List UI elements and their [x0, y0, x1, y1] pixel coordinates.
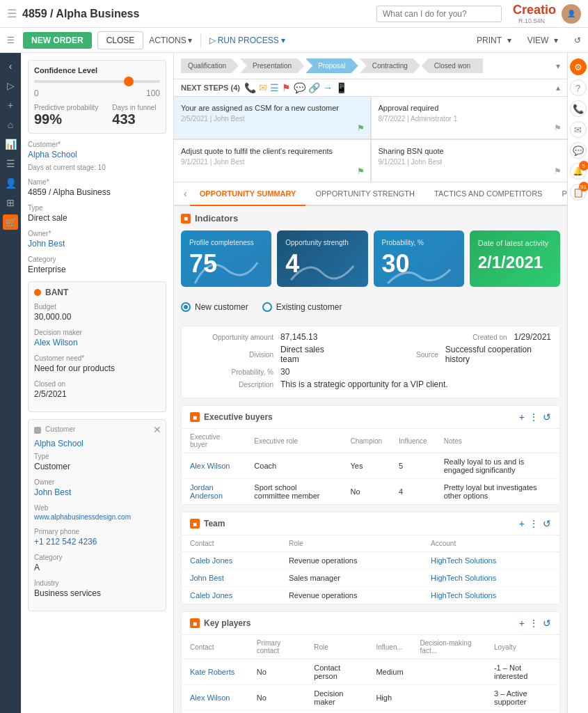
nav-table[interactable]: ⊞: [3, 195, 18, 210]
kp-contact-0[interactable]: Kate Roberts: [182, 659, 248, 685]
nav-cart[interactable]: 🛒: [3, 214, 18, 230]
right-icon-email[interactable]: ✉: [570, 121, 587, 138]
eb-buyer-1[interactable]: Jordan Anderson: [182, 479, 246, 505]
eb-more[interactable]: ⋮: [529, 412, 539, 423]
print-button[interactable]: PRINT: [477, 36, 502, 45]
close-card-button[interactable]: ✕: [153, 424, 161, 435]
slider-labels: 0 100: [34, 88, 160, 98]
content-area: ■ Indicators Profile completeness 75: [174, 206, 567, 713]
kp-contact-2[interactable]: Jordan Anderson: [182, 711, 248, 714]
right-icon-phone[interactable]: 📞: [570, 100, 587, 117]
right-icon-list[interactable]: 📋 91: [570, 184, 587, 201]
stage-contracting[interactable]: Contracting: [360, 58, 420, 73]
tab-products[interactable]: PRODUCTS: [552, 182, 567, 206]
card-owner-link[interactable]: John Best: [34, 487, 160, 497]
team-account-2[interactable]: HighTech Solutions: [422, 587, 559, 604]
step-icon-flag[interactable]: ⚑: [282, 82, 291, 93]
nav-person[interactable]: 👤: [3, 175, 18, 191]
owner-link[interactable]: John Best: [28, 239, 166, 249]
right-icon-help[interactable]: ?: [570, 79, 587, 96]
radio-new-customer[interactable]: New customer: [181, 302, 248, 312]
step-icons: 📞 ✉ ☰ ⚑ 💬 🔗 → 📱: [244, 82, 347, 93]
eb-buyer-0[interactable]: Alex Wilson: [182, 453, 246, 479]
tab-opportunity-strength[interactable]: OPPORTUNITY STRENGTH: [305, 182, 424, 206]
team-refresh[interactable]: ↺: [543, 518, 551, 529]
nav-home[interactable]: ⌂: [3, 117, 18, 132]
card-phone-link[interactable]: +1 212 542 4236: [34, 537, 160, 547]
customer-link[interactable]: Alpha School: [28, 150, 166, 159]
slider-thumb[interactable]: [124, 77, 134, 86]
card-web-link[interactable]: www.alphabusinessdesign.com: [34, 513, 160, 521]
kp-contact-1[interactable]: Alex Wilson: [182, 685, 248, 711]
table-row: Alex Wilson No Decision maker High 3 – A…: [182, 685, 559, 711]
step-flag-0: ⚑: [357, 123, 365, 133]
step-card-1: Approval required 8/7/2022 | Administrat…: [372, 97, 568, 139]
refresh-button[interactable]: ↺: [574, 36, 581, 45]
kp-add[interactable]: +: [519, 618, 525, 629]
right-icon-chat[interactable]: 💬: [570, 142, 587, 159]
step-flag-3: ⚑: [554, 166, 562, 176]
team-contact-0[interactable]: Caleb Jones: [182, 552, 280, 570]
executive-buyers-table: Executive buyer Executive role Champion …: [182, 429, 559, 504]
nav-chart[interactable]: 📊: [3, 136, 18, 152]
nav-add[interactable]: +: [3, 97, 18, 113]
card-customer-link[interactable]: Alpha School: [34, 439, 160, 448]
tab-prev[interactable]: ‹: [181, 182, 190, 205]
table-row: Caleb Jones Revenue operations HighTech …: [182, 587, 559, 604]
step-card-0: Your are assigned as CSM for a new custo…: [174, 97, 370, 139]
step-icon-phone2[interactable]: 📱: [335, 82, 347, 93]
stage-proposal[interactable]: Proposal: [305, 58, 358, 73]
decision-maker-link[interactable]: Alex Wilson: [34, 338, 160, 347]
team-add[interactable]: +: [519, 518, 525, 529]
creatio-logo: Creatio R.10.54N: [507, 3, 556, 24]
run-process-button[interactable]: ▷ RUN PROCESS ▾: [209, 36, 285, 45]
team-account-0[interactable]: HighTech Solutions: [422, 552, 559, 570]
col-kp-loyalty: Loyalty: [486, 635, 559, 659]
avatar[interactable]: 👤: [562, 4, 581, 24]
actions-button[interactable]: ACTIONS ▾: [149, 36, 191, 45]
notification-badge[interactable]: 🔔 5: [570, 163, 587, 180]
nav-play[interactable]: ▷: [3, 78, 18, 93]
radio-existing-customer[interactable]: Existing customer: [262, 302, 342, 312]
stage-qualification[interactable]: Qualification: [181, 58, 239, 73]
step-icon-arrow[interactable]: →: [323, 82, 333, 93]
new-order-button[interactable]: NEW ORDER: [23, 32, 92, 49]
slider-track[interactable]: [34, 80, 160, 83]
view-button[interactable]: VIEW: [527, 36, 549, 45]
step-icon-chat[interactable]: 💬: [294, 82, 305, 93]
key-players-table: Contact Primary contact Role Influen... …: [182, 635, 559, 713]
tab-opportunity-summary[interactable]: OPPORTUNITY SUMMARY: [190, 182, 306, 206]
stage-closed-won[interactable]: Closed won: [422, 58, 483, 73]
confidence-stats: Predictive probability 99% Days in funne…: [34, 104, 160, 127]
right-icons-strip: ⚙ ? 📞 ✉ 💬 🔔 5 📋 91: [567, 53, 588, 713]
kp-refresh[interactable]: ↺: [543, 618, 551, 629]
step-icon-email[interactable]: ✉: [259, 82, 267, 93]
page-title: 4859 / Alpha Business: [22, 8, 371, 20]
team-contact-2[interactable]: Caleb Jones: [182, 587, 280, 604]
step-icon-phone[interactable]: 📞: [244, 82, 256, 93]
customer-card-icon: [34, 427, 41, 434]
steps-collapse[interactable]: ▴: [556, 83, 560, 93]
left-icons-toggle[interactable]: ☰: [7, 36, 15, 45]
stages-expand[interactable]: ▾: [556, 61, 560, 71]
eb-add[interactable]: +: [519, 412, 525, 423]
nav-chevron[interactable]: ‹: [3, 58, 18, 74]
category-field: Category Enterprise: [28, 256, 166, 274]
left-panel: Confidence Level 0 100 Predictive probab…: [21, 53, 174, 713]
left-nav-toggle[interactable]: ☰: [7, 7, 17, 20]
global-search-input[interactable]: [376, 6, 502, 22]
step-icon-task[interactable]: ☰: [270, 82, 279, 93]
far-left-nav: ‹ ▷ + ⌂ 📊 ☰ 👤 ⊞ 🛒: [0, 53, 21, 713]
tab-tactics-competitors[interactable]: TACTICS AND COMPETITORS: [424, 182, 552, 206]
step-icon-link[interactable]: 🔗: [308, 82, 320, 93]
nav-list[interactable]: ☰: [3, 156, 18, 171]
eb-refresh[interactable]: ↺: [543, 412, 551, 423]
team-contact-1[interactable]: John Best: [182, 570, 280, 587]
customer-field: Customer* Alpha School Days at current s…: [28, 141, 166, 171]
kp-more[interactable]: ⋮: [529, 618, 539, 629]
stage-presentation[interactable]: Presentation: [240, 58, 304, 73]
team-account-1[interactable]: HighTech Solutions: [422, 570, 559, 587]
close-button[interactable]: CLOSE: [97, 31, 144, 49]
right-icon-gear[interactable]: ⚙: [570, 58, 587, 75]
team-more[interactable]: ⋮: [529, 518, 539, 529]
